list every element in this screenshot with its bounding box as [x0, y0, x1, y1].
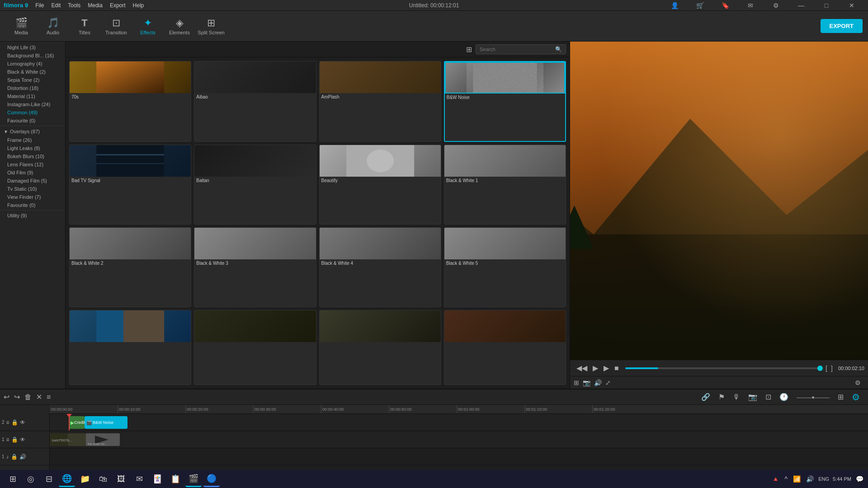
audio-lock-icon[interactable]: 🔒 — [11, 454, 18, 460]
minimize-button[interactable]: — — [792, 0, 810, 11]
effect-bw5[interactable]: Black & White 5 — [444, 227, 566, 307]
magnet-icon[interactable]: 🔗 — [701, 393, 710, 401]
taskbar-mail[interactable]: ✉ — [131, 471, 147, 487]
taskbar-taskview[interactable]: ⊟ — [41, 471, 57, 487]
cut-button[interactable]: ✕ — [36, 393, 42, 401]
clip-video2[interactable]: the-elder-sc... — [86, 433, 120, 446]
undo-button[interactable]: ↩ — [4, 393, 9, 401]
sidebar-favourite2[interactable]: Favourite (0) — [0, 201, 65, 209]
network-icon[interactable]: 🔺 — [772, 475, 779, 483]
sidebar-black-white[interactable]: Black & White (2) — [0, 68, 65, 76]
effect-amplash[interactable]: AmPlash — [319, 61, 441, 142]
menu-edit[interactable]: Edit — [52, 2, 61, 9]
sidebar-damaged-film[interactable]: Damaged Film (5) — [0, 177, 65, 185]
taskbar-filmora[interactable]: 🎬 — [185, 471, 202, 487]
sidebar-bokeh-blurs[interactable]: Bokeh Blurs (10) — [0, 152, 65, 160]
tool-titles[interactable]: T Titles — [69, 13, 100, 40]
detach-button[interactable]: ≡ — [47, 393, 51, 401]
tool-elements[interactable]: ◈ Elements — [164, 13, 195, 40]
effect-bw3[interactable]: Black & White 3 — [194, 227, 316, 307]
step-back-button[interactable]: ◀◀ — [574, 364, 590, 372]
menu-file[interactable]: File — [35, 2, 44, 9]
sidebar-utility[interactable]: Utility (9) — [0, 211, 65, 220]
effect-beautify[interactable]: Beautify — [319, 145, 441, 225]
menu-export[interactable]: Export — [110, 2, 126, 9]
effect-aibao[interactable]: Aibao — [194, 61, 316, 142]
progress-handle[interactable] — [817, 366, 823, 371]
show-icons-icon[interactable]: ^ — [785, 475, 788, 483]
clock-icon[interactable]: 🕐 — [779, 393, 788, 401]
search-box[interactable]: 🔍 — [476, 44, 566, 54]
menu-help[interactable]: Help — [133, 2, 144, 9]
sidebar-favourite[interactable]: Favourite (0) — [0, 117, 65, 125]
mic-icon[interactable]: 🎙 — [733, 393, 740, 401]
crop-icon[interactable]: ⊞ — [574, 379, 579, 386]
audio-mute-icon[interactable]: 🔊 — [19, 454, 26, 460]
clip-bwnoise[interactable]: 🎬 B&W Noise — [85, 416, 127, 429]
menu-tools[interactable]: Tools — [68, 2, 80, 9]
taskbar-app1[interactable]: 📋 — [167, 471, 184, 487]
volume-taskbar-icon[interactable]: 🔊 — [806, 475, 814, 483]
search-input[interactable] — [480, 47, 555, 52]
sidebar-distortion[interactable]: Distortion (18) — [0, 84, 65, 92]
taskbar-start[interactable]: ⊞ — [5, 471, 21, 487]
settings2-icon[interactable]: ⚙ — [855, 379, 861, 386]
effect-row4c[interactable] — [319, 310, 441, 385]
delete-button[interactable]: 🗑 — [24, 393, 32, 401]
tool-effects[interactable]: ✦ Effects — [132, 13, 164, 40]
sidebar-frame[interactable]: Frame (26) — [0, 136, 65, 144]
sidebar-overlays-header[interactable]: ▼ Overlays (87) — [0, 127, 65, 136]
clip-video1[interactable]: 1eeb75307b... — [50, 433, 86, 446]
sidebar-common[interactable]: Common (49) — [0, 108, 65, 117]
notification-icon[interactable]: 💬 — [856, 475, 863, 483]
stop-button[interactable]: ■ — [612, 364, 622, 372]
pip-icon[interactable]: ⊡ — [765, 393, 771, 401]
camera-icon[interactable]: 📷 — [748, 393, 757, 401]
clip-credit[interactable]: ▶ Credit — [69, 416, 85, 429]
effect-bw1[interactable]: Black & White 1 — [444, 145, 566, 225]
effect-bw4[interactable]: Black & White 4 — [319, 227, 441, 307]
grid-view-icon[interactable]: ⊞ — [466, 45, 472, 54]
sidebar-background-bl[interactable]: Background Bl... (16) — [0, 52, 65, 60]
tool-audio[interactable]: 🎵 Audio — [37, 13, 69, 40]
sidebar-instagram-like[interactable]: Instagram-Like (24) — [0, 100, 65, 108]
sidebar-old-film[interactable]: Old Film (9) — [0, 169, 65, 177]
timeline-settings-icon[interactable]: ⚙ — [852, 392, 860, 403]
sidebar-lens-flares[interactable]: Lens Flares (12) — [0, 160, 65, 169]
mail-icon[interactable]: ✉ — [741, 0, 760, 11]
effect-bw2[interactable]: Black & White 2 — [69, 227, 191, 307]
track1-lock-icon[interactable]: 🔒 — [11, 436, 18, 443]
taskbar-photos[interactable]: 🖼 — [113, 471, 129, 487]
taskbar-search[interactable]: ◎ — [23, 471, 39, 487]
maximize-button[interactable]: □ — [817, 0, 835, 11]
fullscreen-icon[interactable]: ⤢ — [605, 379, 611, 386]
effect-row4b[interactable] — [194, 310, 316, 385]
track-menu-icon[interactable]: ≡ — [6, 419, 9, 426]
audio-icon-track[interactable]: ♪ — [6, 454, 9, 460]
track-visible-icon[interactable]: 👁 — [20, 419, 25, 426]
tool-split-screen[interactable]: ⊞ Split Screen — [195, 13, 227, 40]
language-indicator[interactable]: ENG — [818, 476, 829, 482]
volume-icon[interactable]: 🔊 — [594, 379, 602, 386]
sidebar-material[interactable]: Material (11) — [0, 92, 65, 100]
effect-70s[interactable]: 70s — [69, 61, 191, 142]
zoom-slider[interactable]: ———●——— — [797, 394, 830, 400]
track1-visible-icon[interactable]: 👁 — [20, 436, 25, 443]
bookmark-icon[interactable]: 🔖 — [716, 0, 734, 11]
play-pause-button[interactable]: ▶ — [590, 364, 601, 372]
sidebar-view-finder[interactable]: View Finder (7) — [0, 193, 65, 201]
effect-baltan[interactable]: Baltan — [194, 145, 316, 225]
sidebar-light-leaks[interactable]: Light Leaks (8) — [0, 144, 65, 152]
sidebar-night-life[interactable]: Night Life (3) — [0, 43, 65, 52]
cart-icon[interactable]: 🛒 — [691, 0, 709, 11]
taskbar-chrome[interactable]: 🔵 — [203, 471, 220, 487]
effect-bwnoise[interactable]: B&W Noise — [444, 61, 566, 142]
tool-media[interactable]: 🎬 Media — [5, 13, 37, 40]
tool-transition[interactable]: ⊡ Transition — [100, 13, 132, 40]
track-lock-icon[interactable]: 🔒 — [11, 419, 18, 426]
redo-button[interactable]: ↪ — [14, 393, 20, 401]
taskbar-explorer[interactable]: 📁 — [77, 471, 93, 487]
taskbar-solitaire[interactable]: 🃏 — [149, 471, 165, 487]
taskbar-edge[interactable]: 🌐 — [59, 471, 75, 487]
sidebar-sepia-tone[interactable]: Sepia Tone (2) — [0, 76, 65, 84]
